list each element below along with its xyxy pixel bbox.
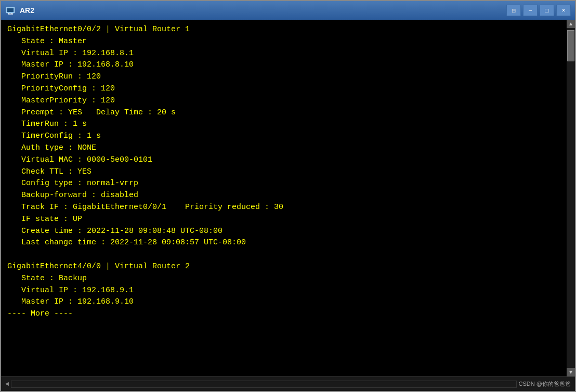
window-controls: ⊟ − □ ×	[506, 5, 571, 16]
scroll-down-button[interactable]: ▼	[567, 368, 575, 376]
resize-icon-btn[interactable]: ⊟	[506, 5, 521, 16]
terminal-text: GigabitEthernet0/0/2 | Virtual Router 1 …	[7, 24, 560, 320]
maximize-button[interactable]: □	[540, 5, 554, 16]
close-button[interactable]: ×	[556, 5, 571, 16]
title-bar: AR2 ⊟ − □ ×	[1, 1, 575, 20]
scrollbar-track	[567, 28, 575, 368]
window-title: AR2	[20, 6, 34, 15]
main-window: AR2 ⊟ − □ × GigabitEthernet0/0/2 | Virtu…	[0, 0, 576, 392]
status-bar: ◄ CSDN @你的爸爸爸	[1, 376, 575, 391]
horizontal-scrollbar[interactable]	[11, 381, 516, 388]
content-area: GigabitEthernet0/0/2 | Virtual Router 1 …	[1, 20, 575, 376]
branding-text: CSDN @你的爸爸爸	[519, 380, 571, 388]
scroll-left-arrow[interactable]: ◄	[5, 381, 9, 388]
terminal-output[interactable]: GigabitEthernet0/0/2 | Virtual Router 1 …	[1, 20, 567, 376]
vertical-scrollbar[interactable]: ▲ ▼	[567, 20, 575, 376]
svg-rect-1	[7, 8, 14, 12]
app-icon	[5, 5, 16, 16]
scroll-up-button[interactable]: ▲	[567, 20, 575, 28]
scrollbar-thumb[interactable]	[567, 30, 574, 61]
minimize-button[interactable]: −	[523, 5, 538, 16]
